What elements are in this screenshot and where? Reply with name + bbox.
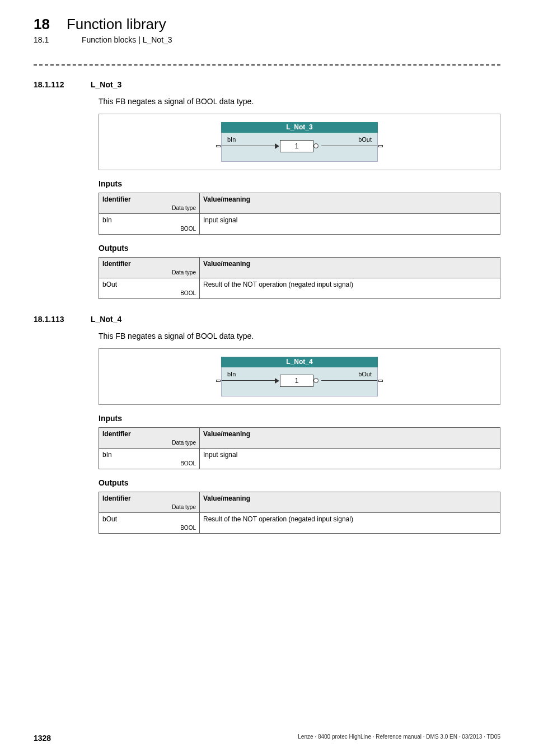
outputs-heading: Outputs — [99, 478, 500, 487]
fb-negation-bubble-icon — [313, 378, 318, 383]
outputs-table: Identifier Data type Value/meaning bOut … — [99, 257, 500, 299]
col-datatype: Data type — [102, 205, 196, 211]
fb-port-stub — [378, 145, 383, 147]
breadcrumb: Function blocks | L_Not_3 — [82, 35, 172, 44]
fb-diagram: L_Not_4 bIn bOut 1 — [99, 348, 500, 405]
io-name: bOut — [102, 281, 196, 288]
io-name: bIn — [102, 451, 196, 459]
chapter-number: 18 — [34, 16, 50, 33]
fb-title: L_Not_4 — [221, 357, 378, 367]
fb-port-stub — [216, 380, 221, 382]
io-datatype: BOOL — [102, 525, 196, 531]
io-meaning: Input signal — [200, 449, 500, 469]
page-number: 1328 — [34, 734, 51, 743]
col-datatype: Data type — [102, 440, 196, 446]
fb-arrow-icon — [275, 143, 279, 149]
col-identifier: Identifier — [102, 430, 131, 438]
section-title-113: L_Not_4 — [91, 315, 121, 324]
fb-title: L_Not_3 — [221, 122, 378, 133]
io-name: bOut — [102, 515, 196, 523]
section-num-112: 18.1.112 — [34, 80, 78, 89]
outputs-table: Identifier Data type Value/meaning bOut … — [99, 492, 500, 534]
col-value: Value/meaning — [200, 193, 500, 214]
fb-diagram: L_Not_3 bIn bOut 1 — [99, 114, 500, 170]
col-identifier: Identifier — [102, 195, 131, 203]
fb-port-stub — [378, 380, 383, 382]
fb-arrow-icon — [275, 378, 279, 384]
col-identifier: Identifier — [102, 494, 131, 502]
inputs-table: Identifier Data type Value/meaning bIn B… — [99, 193, 500, 235]
section-title-112: L_Not_3 — [91, 80, 121, 89]
io-meaning: Result of the NOT operation (negated inp… — [200, 278, 500, 299]
fb-gate-symbol: 1 — [280, 375, 313, 387]
table-row: bOut BOOL Result of the NOT operation (n… — [99, 278, 500, 299]
fb-input-label: bIn — [227, 371, 236, 377]
col-value: Value/meaning — [200, 492, 500, 513]
footer-text: Lenze · 8400 protec HighLine · Reference… — [298, 734, 500, 743]
fb-negation-bubble-icon — [313, 143, 318, 148]
fb-port-stub — [216, 145, 221, 147]
fb-gate-symbol: 1 — [280, 140, 313, 152]
table-row: bIn BOOL Input signal — [99, 214, 500, 235]
col-value: Value/meaning — [200, 428, 500, 449]
fb-wire — [321, 380, 377, 381]
section-description: This FB negates a signal of BOOL data ty… — [99, 332, 500, 340]
io-datatype: BOOL — [102, 226, 196, 232]
section-num-113: 18.1.113 — [34, 315, 78, 324]
col-value: Value/meaning — [200, 258, 500, 278]
inputs-table: Identifier Data type Value/meaning bIn B… — [99, 427, 500, 469]
col-datatype: Data type — [102, 504, 196, 510]
fb-wire — [321, 146, 377, 146]
table-row: bIn BOOL Input signal — [99, 449, 500, 469]
io-name: bIn — [102, 216, 196, 224]
io-meaning: Result of the NOT operation (negated inp… — [200, 513, 500, 534]
fb-wire — [222, 380, 278, 381]
fb-output-label: bOut — [358, 371, 372, 377]
col-identifier: Identifier — [102, 260, 131, 268]
inputs-heading: Inputs — [99, 179, 500, 188]
fb-output-label: bOut — [358, 136, 372, 143]
section-description: This FB negates a signal of BOOL data ty… — [99, 97, 500, 106]
io-datatype: BOOL — [102, 460, 196, 466]
inputs-heading: Inputs — [99, 414, 500, 423]
io-meaning: Input signal — [200, 214, 500, 235]
fb-input-label: bIn — [227, 136, 236, 143]
divider — [34, 64, 500, 66]
section-number: 18.1 — [34, 35, 65, 44]
table-row: bOut BOOL Result of the NOT operation (n… — [99, 513, 500, 534]
io-datatype: BOOL — [102, 290, 196, 296]
outputs-heading: Outputs — [99, 244, 500, 253]
chapter-title: Function library — [67, 16, 166, 33]
fb-wire — [222, 146, 278, 146]
col-datatype: Data type — [102, 269, 196, 276]
